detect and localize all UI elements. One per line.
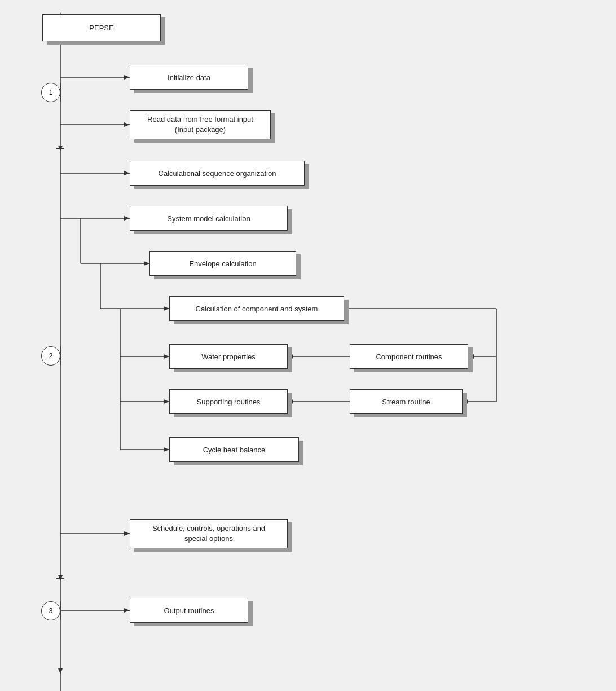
svg-marker-40 xyxy=(124,531,130,536)
svg-marker-6 xyxy=(58,668,63,674)
calc-seq-label: Calculational sequence organization xyxy=(159,169,276,178)
sys-model-box: System model calculation xyxy=(130,206,288,231)
output-label: Output routines xyxy=(164,606,214,615)
svg-marker-42 xyxy=(124,608,130,613)
comp-routines-label: Component routines xyxy=(376,353,442,361)
flow-lines xyxy=(0,0,616,691)
circle-3: 3 xyxy=(41,601,60,620)
comp-routines-box: Component routines xyxy=(350,344,468,369)
envelope-label: Envelope calculation xyxy=(189,259,256,268)
read-label: Read data from free format input(Input p… xyxy=(147,115,253,135)
envelope-box: Envelope calculation xyxy=(149,251,296,276)
init-label: Initialize data xyxy=(168,73,210,82)
calc-seq-box: Calculational sequence organization xyxy=(130,161,305,186)
stream-label: Stream routine xyxy=(382,398,430,406)
circle-2-label: 2 xyxy=(49,352,53,360)
diagram-container: PEPSE Initialize data Read data from fre… xyxy=(0,0,616,691)
water-box: Water properties xyxy=(169,344,288,369)
circle-2: 2 xyxy=(41,346,60,366)
support-box: Supporting routines xyxy=(169,389,288,414)
cycle-box: Cycle heat balance xyxy=(169,437,299,462)
comp-sys-box: Calculation of component and system xyxy=(169,296,344,321)
svg-marker-25 xyxy=(164,399,169,404)
svg-marker-8 xyxy=(124,75,130,80)
pepse-label: PEPSE xyxy=(89,24,113,32)
pepse-box: PEPSE xyxy=(42,14,161,41)
sys-model-label: System model calculation xyxy=(167,214,250,223)
circle-3-label: 3 xyxy=(49,607,53,615)
svg-marker-17 xyxy=(144,261,149,266)
support-label: Supporting routines xyxy=(197,398,261,406)
circle-1-label: 1 xyxy=(49,89,53,96)
read-box: Read data from free format input(Input p… xyxy=(130,110,271,139)
schedule-label: Schedule, controls, operations andspecia… xyxy=(152,523,265,544)
svg-marker-27 xyxy=(164,447,169,452)
circle-1: 1 xyxy=(41,83,60,102)
comp-sys-label: Calculation of component and system xyxy=(196,305,318,313)
output-box: Output routines xyxy=(130,598,248,623)
svg-marker-20 xyxy=(164,306,169,311)
svg-marker-12 xyxy=(124,171,130,175)
svg-marker-14 xyxy=(124,216,130,221)
schedule-box: Schedule, controls, operations andspecia… xyxy=(130,519,288,548)
water-label: Water properties xyxy=(201,353,256,361)
init-box: Initialize data xyxy=(130,65,248,90)
svg-marker-10 xyxy=(124,122,130,127)
stream-box: Stream routine xyxy=(350,389,463,414)
svg-marker-23 xyxy=(164,354,169,359)
cycle-label: Cycle heat balance xyxy=(203,446,266,454)
